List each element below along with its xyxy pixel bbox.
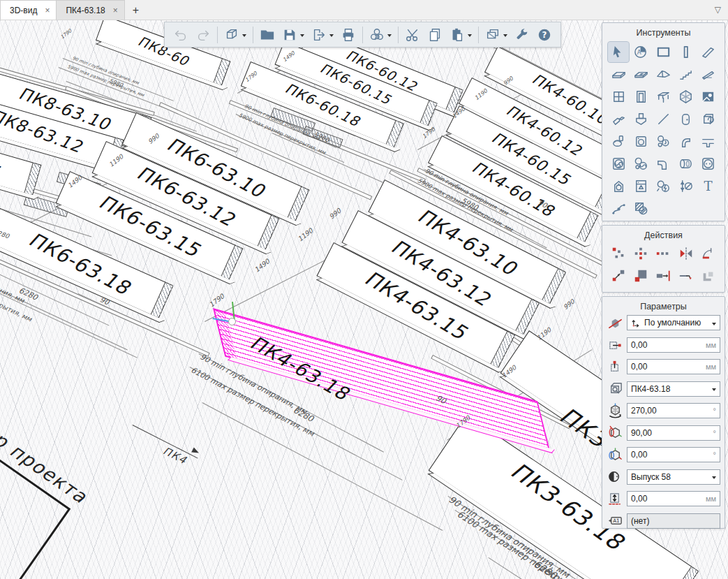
scale-icon: [633, 268, 648, 284]
tab-overflow-icon[interactable]: ▽: [715, 5, 721, 15]
tool-solid-geometry[interactable]: [676, 87, 697, 107]
tool-light-fixture[interactable]: [608, 176, 629, 196]
tool-door[interactable]: [630, 87, 651, 107]
chevron-down-icon[interactable]: [242, 34, 246, 39]
tool-foundation[interactable]: [630, 109, 651, 129]
parapet-icon: [611, 111, 627, 127]
chevron-down-icon[interactable]: [503, 34, 507, 39]
placement-mode-value: По умолчанию: [644, 318, 701, 328]
tab-3d-view[interactable]: 3D-вид ×: [0, 0, 57, 20]
tab-close-icon[interactable]: ×: [113, 6, 118, 15]
slab-style-dropdown[interactable]: ПК4-63.18: [627, 381, 720, 397]
unit-label: °: [713, 429, 716, 437]
offset-horizontal-field[interactable]: 0,00мм: [627, 337, 720, 353]
new-tab-button[interactable]: +: [124, 1, 147, 20]
level-offset-field[interactable]: 0,00мм: [627, 491, 720, 506]
selection-handle[interactable]: [228, 318, 236, 325]
param-row-mark: A1(нет): [607, 513, 720, 529]
tool-floor-opening[interactable]: [630, 64, 651, 85]
action-extend[interactable]: [676, 267, 697, 285]
action-explode[interactable]: [608, 244, 629, 263]
rotation-x-field[interactable]: 90,00°: [627, 425, 720, 441]
tool-dimension[interactable]: [676, 176, 697, 196]
tool-text[interactable]: T: [698, 176, 719, 196]
offset-x-icon: [607, 337, 623, 353]
tool-hatch[interactable]: [630, 198, 651, 219]
action-rotate[interactable]: [698, 244, 719, 263]
chevron-down-icon[interactable]: [329, 34, 334, 39]
floor-opening-icon: [633, 66, 649, 82]
action-align-to-line[interactable]: [653, 267, 674, 285]
tool-assembly[interactable]: [698, 109, 719, 129]
chevron-down-icon[interactable]: [468, 34, 472, 39]
chevron-down-icon[interactable]: [712, 476, 716, 481]
tool-sanitary[interactable]: [608, 131, 629, 152]
collaboration-icon: [369, 27, 385, 43]
dimension-text: 1790: [60, 29, 73, 40]
tool-niche[interactable]: [676, 109, 697, 129]
help-button[interactable]: ?: [533, 25, 556, 45]
action-linear-array[interactable]: [653, 244, 674, 263]
tool-annotation[interactable]: A: [630, 42, 651, 62]
settings-button[interactable]: [511, 25, 533, 45]
tool-fan[interactable]: [608, 154, 629, 174]
save-button[interactable]: [278, 25, 308, 45]
tool-furniture[interactable]: [653, 87, 674, 107]
project-menu-button[interactable]: [221, 25, 250, 45]
tool-duct-fitting[interactable]: [676, 154, 697, 174]
rotation-z-field[interactable]: 270,00°: [627, 403, 720, 418]
chevron-down-icon[interactable]: [712, 388, 716, 393]
param-row-placement-mode: По умолчанию: [607, 314, 720, 331]
tool-wall[interactable]: [653, 42, 674, 62]
tool-equipment[interactable]: [630, 131, 651, 152]
ventilation-system-icon: [633, 156, 649, 172]
view-tab-bar: 3D-вид × ПК4-63.18 × + ▽: [0, 0, 728, 20]
paste-button[interactable]: [446, 25, 475, 45]
action-move[interactable]: [608, 267, 629, 285]
tool-floor[interactable]: [608, 64, 629, 85]
level-dropdown[interactable]: Выпуск 58: [627, 469, 720, 485]
tool-parapet[interactable]: [608, 109, 629, 129]
tool-stairs[interactable]: [676, 64, 697, 85]
tool-electrical-panel[interactable]: [630, 176, 651, 196]
tool-beam[interactable]: [698, 42, 719, 62]
tool-image[interactable]: [698, 87, 719, 107]
tool-axis-line[interactable]: [653, 109, 674, 129]
cut-button[interactable]: [401, 25, 424, 45]
windows-button[interactable]: [482, 25, 511, 45]
window-icon: [611, 89, 627, 105]
tool-ramp[interactable]: [698, 64, 719, 85]
action-circular-array[interactable]: [630, 244, 651, 263]
unit-label: мм: [706, 362, 716, 371]
rotation-y-field[interactable]: 0,00°: [627, 447, 720, 462]
tool-window[interactable]: [608, 87, 629, 107]
tool-duct[interactable]: [653, 154, 674, 174]
tool-roof[interactable]: [653, 64, 674, 85]
copy-button[interactable]: [424, 25, 446, 45]
tab-pk4-63-18[interactable]: ПК4-63.18 ×: [56, 0, 124, 20]
chevron-down-icon[interactable]: [387, 34, 392, 39]
collaboration-button[interactable]: [366, 25, 395, 45]
export-button[interactable]: [308, 25, 337, 45]
chevron-down-icon[interactable]: [712, 323, 716, 328]
tool-ventilation-system[interactable]: [630, 154, 651, 174]
tool-column[interactable]: [676, 42, 697, 62]
base-point-icon: [701, 268, 716, 284]
tool-pipe-branch[interactable]: [698, 131, 719, 152]
print-button[interactable]: [337, 25, 359, 45]
tool-electrical-circuit[interactable]: [653, 176, 674, 196]
tool-pipe-fitting[interactable]: [676, 131, 697, 152]
placement-mode-dropdown[interactable]: По умолчанию: [627, 315, 720, 330]
action-scale[interactable]: [630, 267, 651, 285]
open-button[interactable]: [256, 25, 278, 45]
tab-close-icon[interactable]: ×: [45, 6, 50, 15]
tool-select[interactable]: [608, 42, 629, 62]
electrical-circuit-icon: [655, 178, 671, 194]
toolbar-separator: [398, 27, 399, 43]
chevron-down-icon[interactable]: [300, 34, 304, 39]
offset-vertical-field[interactable]: 0,00мм: [627, 359, 720, 374]
action-mirror[interactable]: [676, 244, 697, 263]
tool-route[interactable]: [608, 198, 629, 219]
tool-electrical-outlet[interactable]: [698, 154, 719, 174]
tool-plumbing-system[interactable]: [653, 131, 674, 152]
